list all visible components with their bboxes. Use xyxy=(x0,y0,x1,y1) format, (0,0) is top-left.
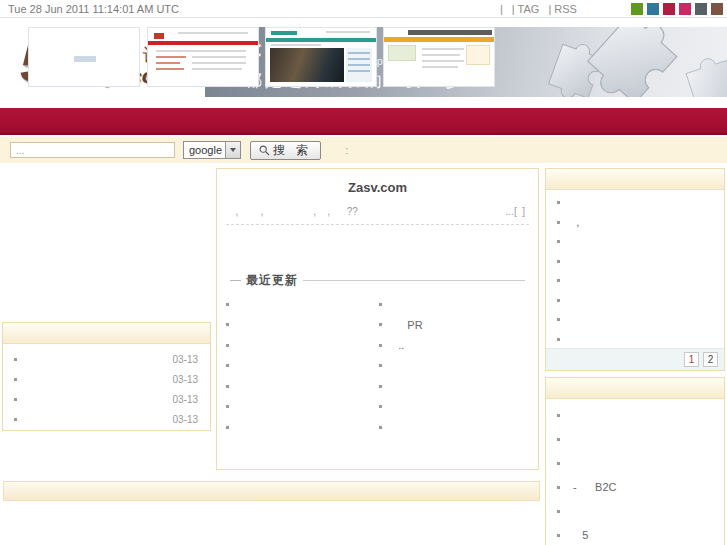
thumbnail-content xyxy=(422,60,464,62)
pagination-bar: 1 2 xyxy=(546,348,724,370)
color-theme-squares xyxy=(631,3,723,15)
article-date: 03-13 xyxy=(172,394,198,405)
bullet-icon xyxy=(226,426,229,429)
list-item[interactable] xyxy=(226,376,379,397)
bullet-icon xyxy=(557,534,560,537)
utility-links: | | TAG | RSS xyxy=(500,3,577,15)
recent-list-left xyxy=(226,294,379,438)
pagination-page-2[interactable]: 2 xyxy=(703,352,718,367)
bullet-icon xyxy=(557,318,560,321)
featured-meta-text: , , , , ?? xyxy=(230,206,506,217)
list-item[interactable] xyxy=(546,193,724,213)
left-article-list: 03-13 03-13 03-13 03-13 xyxy=(3,344,210,429)
bullet-icon xyxy=(226,344,229,347)
center-featured-box: Zasv.com , , , , ?? ...[ ] 最近更新 xyxy=(216,168,539,470)
list-item[interactable] xyxy=(226,335,379,356)
thumbnail-content xyxy=(466,45,490,65)
list-item[interactable] xyxy=(546,310,724,330)
list-item[interactable] xyxy=(226,315,379,336)
list-item[interactable] xyxy=(546,232,724,252)
theme-square-pink[interactable] xyxy=(679,3,691,15)
list-item[interactable]: 03-13 xyxy=(3,349,210,369)
bullet-icon xyxy=(379,303,382,306)
tag-link[interactable]: | TAG xyxy=(512,3,540,15)
list-item[interactable] xyxy=(546,271,724,291)
bullet-icon xyxy=(557,240,560,243)
pagination-page-1[interactable]: 1 xyxy=(684,352,699,367)
dashed-divider xyxy=(226,224,529,225)
bullet-icon xyxy=(379,385,382,388)
theme-square-green[interactable] xyxy=(631,3,643,15)
article-link: 5 xyxy=(567,529,588,541)
thumbnail-content xyxy=(408,30,492,35)
list-item[interactable]: 03-13 xyxy=(3,369,210,389)
article-link: PR xyxy=(389,319,423,331)
thumbnail-content xyxy=(156,68,184,70)
thumbnail-photo xyxy=(270,48,344,82)
list-item[interactable] xyxy=(546,403,724,427)
read-more-link[interactable]: ...[ ] xyxy=(506,206,525,217)
main-navigation-bar[interactable] xyxy=(0,108,727,135)
list-item[interactable]: 03-13 xyxy=(3,409,210,429)
bullet-icon xyxy=(379,323,382,326)
bullet-icon xyxy=(557,462,560,465)
list-item[interactable]: 03-13 xyxy=(3,389,210,409)
site-thumbnail-red-portal[interactable] xyxy=(147,27,259,87)
featured-meta-row: , , , , ?? ...[ ] xyxy=(217,206,538,217)
site-thumbnail-teal-corporate[interactable] xyxy=(265,27,377,87)
list-item[interactable] xyxy=(546,252,724,272)
theme-square-gray[interactable] xyxy=(695,3,707,15)
page: Tue 28 Jun 2011 11:14:01 AM UTC | | TAG … xyxy=(0,0,727,545)
list-item[interactable] xyxy=(379,356,532,377)
article-link: , xyxy=(567,216,579,228)
list-item[interactable] xyxy=(546,291,724,311)
list-item[interactable] xyxy=(226,417,379,438)
list-item[interactable] xyxy=(226,356,379,377)
list-item[interactable] xyxy=(546,451,724,475)
right-box-top-header xyxy=(546,169,724,190)
search-input[interactable] xyxy=(10,142,175,158)
thumbnail-content xyxy=(388,45,416,61)
theme-square-crimson[interactable] xyxy=(663,3,675,15)
magnifier-icon xyxy=(259,145,270,156)
list-item[interactable] xyxy=(379,417,532,438)
list-item[interactable] xyxy=(546,427,724,451)
list-item[interactable]: .. xyxy=(379,335,532,356)
list-item[interactable] xyxy=(379,376,532,397)
search-button-label: 搜 索 xyxy=(273,142,312,159)
separator: | xyxy=(500,3,503,15)
list-item[interactable]: - B2C xyxy=(546,475,724,499)
bullet-icon xyxy=(226,385,229,388)
list-item[interactable]: 5 xyxy=(546,523,724,545)
site-thumbnail-blank[interactable] xyxy=(28,27,140,87)
list-item[interactable] xyxy=(546,499,724,523)
server-datetime: Tue 28 Jun 2011 11:14:01 AM UTC xyxy=(8,3,179,15)
list-item[interactable] xyxy=(379,397,532,418)
list-item[interactable] xyxy=(546,330,724,350)
featured-site-title[interactable]: Zasv.com xyxy=(217,180,538,195)
list-item[interactable]: PR xyxy=(379,315,532,336)
site-thumbnail-orange-listing[interactable] xyxy=(383,27,495,87)
list-item[interactable]: , xyxy=(546,213,724,233)
chevron-down-icon xyxy=(225,142,240,158)
list-item[interactable] xyxy=(226,397,379,418)
search-engine-select[interactable]: google xyxy=(183,141,241,159)
thumbnail-content xyxy=(192,68,242,70)
list-item[interactable] xyxy=(379,294,532,315)
thumbnail-content xyxy=(348,58,370,60)
bullet-icon xyxy=(557,510,560,513)
heading-rule-left xyxy=(230,280,241,281)
right-sidebar-box-bottom: - B2C 5 B2B xyxy=(545,377,725,545)
thumbnail-content xyxy=(422,48,464,50)
search-engine-value: google xyxy=(184,144,225,156)
theme-square-blue[interactable] xyxy=(647,3,659,15)
article-link: - B2C xyxy=(567,481,617,493)
search-strip: google 搜 索 : xyxy=(0,137,727,163)
bullet-icon xyxy=(557,299,560,302)
list-item[interactable] xyxy=(226,294,379,315)
bullet-icon xyxy=(557,414,560,417)
theme-square-brown[interactable] xyxy=(711,3,723,15)
rss-link[interactable]: | RSS xyxy=(548,3,577,15)
bullet-icon xyxy=(379,364,382,367)
search-button[interactable]: 搜 索 xyxy=(250,141,321,160)
